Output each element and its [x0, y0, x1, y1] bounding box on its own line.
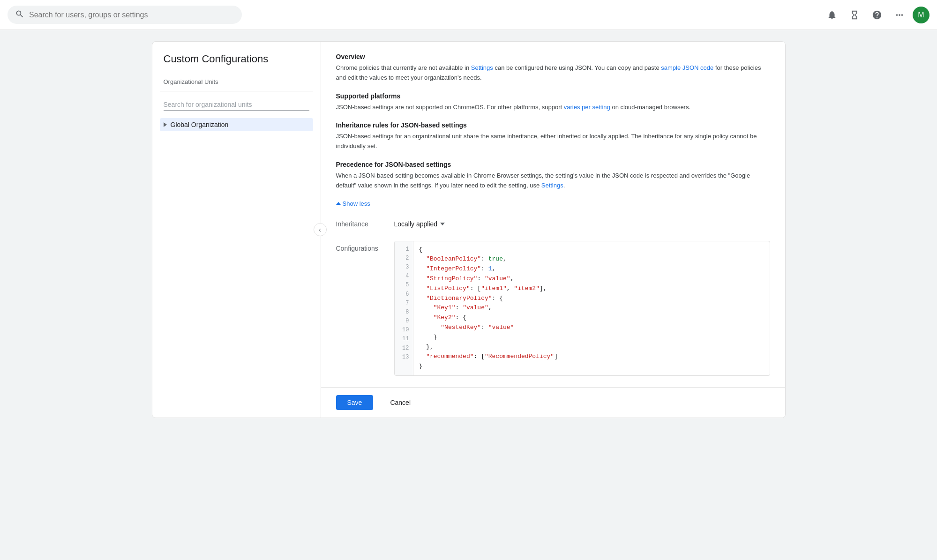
avatar[interactable]: M	[913, 7, 930, 23]
inheritance-value: Locally applied	[394, 220, 438, 228]
chevron-up-icon	[336, 202, 341, 205]
topbar: M	[0, 0, 937, 30]
precedence-title: Precedence for JSON-based settings	[336, 161, 770, 168]
search-icon	[15, 9, 24, 20]
cancel-button[interactable]: Cancel	[379, 395, 422, 410]
line-numbers: 1 2 3 4 5 6 7 8 9 10 11	[395, 241, 413, 375]
overview-body: Chrome policies that currently are not a…	[336, 63, 770, 83]
line-num-9: 9	[395, 317, 413, 326]
inheritance-rules-body: JSON-based settings for an organizationa…	[336, 132, 770, 151]
code-line-1: {	[419, 245, 764, 255]
code-line-10: }	[419, 333, 764, 343]
org-units-label: Organizational Units	[160, 75, 313, 91]
sidebar-title: Custom Configurations	[160, 53, 313, 65]
code-content: 1 2 3 4 5 6 7 8 9 10 11	[395, 241, 770, 375]
code-line-13: }	[419, 362, 764, 372]
inheritance-row: Inheritance Locally applied	[336, 218, 770, 230]
global-search-input[interactable]	[29, 11, 234, 19]
supported-body: JSON-based settings are not supported on…	[336, 103, 770, 112]
inheritance-field-label: Inheritance	[336, 220, 383, 228]
search-org-wrap	[160, 99, 313, 111]
sample-json-link[interactable]: sample JSON code	[661, 64, 713, 71]
sidebar: Custom Configurations Organizational Uni…	[152, 42, 321, 418]
code-line-9: "NestedKey": "value"	[419, 323, 764, 333]
notifications-icon[interactable]	[823, 6, 841, 24]
code-line-3: "IntegerPolicy": 1,	[419, 264, 764, 274]
line-num-11: 11	[395, 335, 413, 343]
supported-text-2: on cloud-managed browsers.	[610, 104, 690, 111]
code-lines: { "BooleanPolicy": true, "IntegerPolicy"…	[413, 241, 770, 375]
code-line-7: "Key1": "value",	[419, 303, 764, 313]
precedence-text-2: .	[563, 182, 565, 189]
overview-title: Overview	[336, 53, 770, 60]
code-line-4: "StringPolicy": "value",	[419, 274, 764, 284]
line-num-1: 1	[395, 245, 413, 254]
line-num-5: 5	[395, 281, 413, 290]
code-line-11: },	[419, 343, 764, 352]
org-item-global[interactable]: Global Organization	[160, 118, 313, 131]
content-scroll: Overview Chrome policies that currently …	[321, 42, 785, 387]
content-area: Overview Chrome policies that currently …	[321, 42, 785, 418]
show-less-button[interactable]: Show less	[336, 200, 770, 207]
line-num-6: 6	[395, 290, 413, 299]
overview-text-1: Chrome policies that currently are not a…	[336, 64, 471, 71]
main-container: Custom Configurations Organizational Uni…	[141, 30, 797, 429]
search-org-input[interactable]	[164, 99, 309, 111]
configurations-row: Configurations 1 2 3 4 5 6 7 8	[336, 241, 770, 376]
configurations-label: Configurations	[336, 241, 383, 376]
varies-per-setting-link[interactable]: varies per setting	[564, 104, 610, 111]
line-num-3: 3	[395, 263, 413, 272]
line-num-13: 13	[395, 353, 413, 362]
hourglass-icon[interactable]	[845, 6, 864, 24]
inheritance-dropdown[interactable]: Locally applied	[394, 218, 445, 230]
line-num-7: 7	[395, 299, 413, 308]
global-search-bar[interactable]	[7, 6, 242, 24]
code-line-8: "Key2": {	[419, 313, 764, 323]
code-line-5: "ListPolicy": ["item1", "item2"],	[419, 284, 764, 294]
code-line-6: "DictionaryPolicy": {	[419, 294, 764, 304]
supported-title: Supported platforms	[336, 92, 770, 100]
topbar-actions: M	[823, 6, 930, 24]
code-editor[interactable]: 1 2 3 4 5 6 7 8 9 10 11	[394, 241, 770, 376]
collapse-sidebar-button[interactable]: ‹	[314, 223, 327, 236]
overview-text-2: can be configured here using JSON. You c…	[493, 64, 661, 71]
org-item-label: Global Organization	[171, 121, 229, 128]
inheritance-rules-title: Inheritance rules for JSON-based setting…	[336, 121, 770, 129]
precedence-settings-link[interactable]: Settings	[541, 182, 563, 189]
help-icon[interactable]	[868, 6, 886, 24]
main-card: Custom Configurations Organizational Uni…	[152, 41, 786, 418]
line-num-2: 2	[395, 254, 413, 263]
precedence-body: When a JSON-based setting becomes availa…	[336, 171, 770, 191]
supported-text-1: JSON-based settings are not supported on…	[336, 104, 564, 111]
dropdown-arrow-icon	[440, 223, 445, 225]
code-line-2: "BooleanPolicy": true,	[419, 254, 764, 264]
line-num-4: 4	[395, 272, 413, 281]
show-less-label: Show less	[343, 200, 370, 207]
line-num-12: 12	[395, 344, 413, 353]
settings-link[interactable]: Settings	[471, 64, 493, 71]
code-line-12: "recommended": ["RecommendedPolicy"]	[419, 352, 764, 362]
line-num-10: 10	[395, 326, 413, 335]
line-num-8: 8	[395, 308, 413, 317]
footer: Save Cancel	[321, 387, 785, 418]
save-button[interactable]: Save	[336, 395, 374, 410]
apps-icon[interactable]	[890, 6, 909, 24]
expand-triangle-icon	[164, 122, 167, 127]
